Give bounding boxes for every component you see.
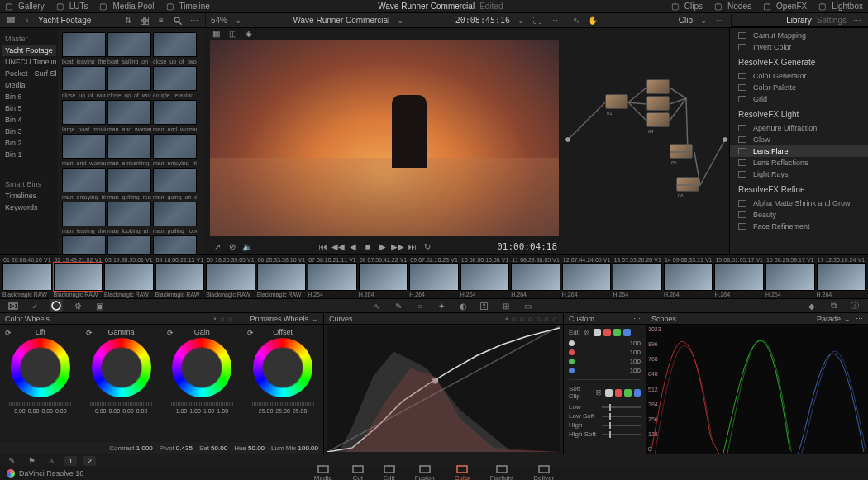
auto-balance-icon[interactable]: A xyxy=(45,454,58,468)
scopes-mode[interactable]: Parade xyxy=(817,315,841,323)
list-view-icon[interactable] xyxy=(5,15,17,26)
scopes-dropdown-icon[interactable]: ⌄ xyxy=(844,315,851,323)
version-2[interactable]: 2 xyxy=(83,456,96,466)
parade-scope[interactable]: 10238967686405123842561280 xyxy=(646,325,868,454)
curve-editor[interactable] xyxy=(327,326,560,452)
param-pivot[interactable]: Pivot 0.435 xyxy=(160,444,193,452)
clip-thumbnail[interactable]: man_looking_at_... xyxy=(107,202,151,234)
tc-dropdown-icon[interactable]: ⌄ xyxy=(515,15,527,26)
library-item[interactable]: Invert Color xyxy=(730,41,868,53)
unmix-icon[interactable]: ⊘ xyxy=(227,240,238,252)
custom-options-icon[interactable]: ⋯ xyxy=(633,315,641,323)
highlight-icon[interactable]: ◈ xyxy=(243,27,255,39)
timeline-thumb[interactable]: 0708:10:21:11V1H.264 xyxy=(308,257,357,297)
softclip-lum[interactable] xyxy=(605,389,613,397)
sort-icon[interactable]: ⇅ xyxy=(122,15,134,26)
wheels-mode[interactable]: Primaries Wheels xyxy=(250,315,308,323)
clip-thumbnail[interactable]: man_embarking... xyxy=(107,134,151,166)
thumb-view-icon[interactable] xyxy=(139,15,150,26)
color-match-icon[interactable]: ✓ xyxy=(28,299,41,312)
pointer-tool-icon[interactable]: ↖ xyxy=(570,15,582,26)
source-timecode[interactable]: 20:08:45:16 xyxy=(455,16,510,25)
clip-thumbnail[interactable]: close_up_of_wom... xyxy=(62,66,106,98)
page-color[interactable]: Color xyxy=(455,465,470,480)
softclip-lowsoft[interactable]: Low Soft xyxy=(569,412,641,420)
play-reverse-button[interactable]: ◀ xyxy=(347,240,359,252)
stop-button[interactable]: ■ xyxy=(362,240,374,252)
channel-intensity[interactable]: 100 xyxy=(569,340,641,347)
timeline-thumb[interactable]: 1207:44:24:06V1H.264 xyxy=(562,257,612,297)
timeline-thumb[interactable]: 1712:30:18:24V1H.264 xyxy=(817,257,866,297)
bin-item[interactable]: Yacht Footage xyxy=(2,45,56,56)
version-1[interactable]: 1 xyxy=(64,456,77,466)
keyframes-icon[interactable]: ◆ xyxy=(805,299,818,312)
library-options-icon[interactable]: ⋯ xyxy=(851,14,863,26)
tracker-icon[interactable]: ✦ xyxy=(435,299,448,312)
qualifier-icon[interactable]: ✎ xyxy=(392,299,405,312)
page-fusion[interactable]: Fusion xyxy=(415,465,435,480)
color-wheels-icon[interactable] xyxy=(50,299,63,312)
list-icon[interactable]: ≡ xyxy=(155,15,167,26)
library-item[interactable]: Lens Reflections xyxy=(730,157,868,169)
clip-thumbnail[interactable]: man_pulling_rope... xyxy=(153,202,197,234)
softclip-link-icon[interactable]: ⛓ xyxy=(595,388,603,397)
timeline-thumb[interactable]: 1008:00:10:08V1H.264 xyxy=(460,257,510,297)
node-options-icon[interactable]: ⋯ xyxy=(714,15,726,26)
last-frame-button[interactable]: ⏭ xyxy=(407,240,418,252)
channel-intensity[interactable]: 100 xyxy=(569,358,641,365)
timeline-thumb[interactable]: 1608:29:59:17V1H.264 xyxy=(765,257,815,297)
softclip-blue[interactable] xyxy=(634,389,641,397)
thumbnail-timeline[interactable]: 0120:08:46:10V1Blackmagic RAW0219:43:21:… xyxy=(0,255,868,298)
prev-frame-button[interactable]: ◀◀ xyxy=(332,240,344,252)
clip-thumbnail[interactable]: man_enjoying_his... xyxy=(153,134,197,166)
zoom-level[interactable]: 54% xyxy=(211,16,227,25)
clip-thumbnail[interactable]: large_boat_movin... xyxy=(62,100,106,132)
param-sat[interactable]: Sat 50.00 xyxy=(199,444,227,452)
clip-thumbnail[interactable]: close_up_of_wom... xyxy=(107,66,151,98)
sizing-icon[interactable]: ⊞ xyxy=(499,299,513,312)
library-item[interactable]: Aperture Diffraction xyxy=(730,122,868,134)
page-media[interactable]: Media xyxy=(314,465,332,480)
tab-library[interactable]: Library xyxy=(786,16,812,25)
bin-item[interactable]: Bin 3 xyxy=(2,126,56,137)
clip-thumbnail[interactable]: man_leaving_doc... xyxy=(62,202,106,234)
viewer-timecode[interactable]: 01:00:04:18 xyxy=(497,241,557,252)
loop-button[interactable]: ↻ xyxy=(422,240,433,252)
clip-name[interactable]: Wave Runner Commercial xyxy=(293,16,389,25)
clips-button[interactable]: ▢Clips xyxy=(671,2,703,12)
back-button[interactable]: ‹ xyxy=(21,15,33,26)
custom-title[interactable]: Custom xyxy=(569,315,594,323)
channel-lum[interactable] xyxy=(594,329,601,336)
channel-green[interactable] xyxy=(613,329,621,336)
hand-tool-icon[interactable]: ✋ xyxy=(587,15,599,26)
clip-dropdown-icon[interactable]: ⌄ xyxy=(394,15,406,26)
node-graph[interactable]: 01 02 03 04 05 06 xyxy=(564,28,729,254)
picker-icon[interactable]: ↗ xyxy=(212,240,223,252)
softclip-green[interactable] xyxy=(624,389,632,397)
media-pool-button[interactable]: ▢Media Pool xyxy=(99,2,154,12)
timeline-thumb[interactable]: 1409:08:33:11V1H.264 xyxy=(664,257,713,297)
timeline-thumb[interactable]: 1508:51:05:17V1H.264 xyxy=(714,257,764,297)
info-icon[interactable]: ⓘ xyxy=(848,299,861,312)
channel-intensity[interactable]: 100 xyxy=(569,367,641,374)
library-item[interactable]: Light Rays xyxy=(730,169,868,180)
node-mode[interactable]: Clip xyxy=(679,16,693,25)
scopes-icon[interactable]: ⧉ xyxy=(827,299,840,312)
clip-thumbnail[interactable]: man_getting_read... xyxy=(107,168,151,200)
softclip-red[interactable] xyxy=(615,389,622,397)
timeline-thumb[interactable]: 0518:26:39:05V1Blackmagic RAW xyxy=(206,257,255,297)
timeline-button[interactable]: ▢Timeline xyxy=(166,2,210,12)
clip-thumbnail[interactable]: close_up_of_two... xyxy=(153,32,197,64)
smart-bin-item[interactable]: Keywords xyxy=(2,202,56,213)
library-item[interactable]: Color Generator xyxy=(730,70,868,82)
param-lummix[interactable]: Lum Mix 100.00 xyxy=(271,444,318,452)
expand-icon[interactable]: ⛶ xyxy=(532,15,543,26)
library-item[interactable]: Beauty xyxy=(730,209,868,221)
channel-intensity[interactable]: 100 xyxy=(569,349,641,356)
camera-raw-icon[interactable] xyxy=(7,299,20,312)
eyedropper-icon[interactable]: ✎ xyxy=(5,454,18,468)
lightbox-button[interactable]: ▢Lightbox xyxy=(818,2,863,12)
page-fairlight[interactable]: Fairlight xyxy=(490,465,513,480)
search-icon[interactable] xyxy=(172,15,184,26)
channel-blue[interactable] xyxy=(623,329,631,336)
